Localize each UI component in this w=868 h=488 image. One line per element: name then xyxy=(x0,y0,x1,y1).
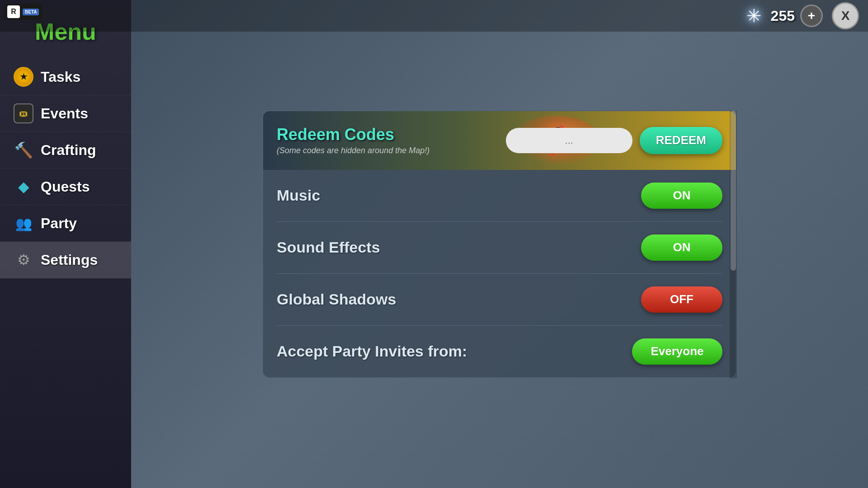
global-shadows-row: Global Shadows OFF xyxy=(277,274,722,326)
sound-effects-toggle[interactable]: ON xyxy=(641,235,722,261)
sidebar-item-crafting[interactable]: 🔨 Crafting xyxy=(0,132,131,169)
close-button[interactable]: X xyxy=(832,2,859,29)
sidebar: Menu ★ Tasks 🎟 Events 🔨 Crafting ◆ Quest… xyxy=(0,0,131,488)
settings-icon: ⚙ xyxy=(14,250,33,270)
currency-display: ✳ 255 + X xyxy=(743,2,859,29)
global-shadows-toggle[interactable]: OFF xyxy=(641,286,722,313)
top-bar: R BETA ✳ 255 + X xyxy=(0,0,868,32)
sidebar-item-tasks[interactable]: ★ Tasks xyxy=(0,59,131,95)
party-label: Party xyxy=(41,215,77,232)
redeem-text-section: Redeem Codes (Some codes are hidden arou… xyxy=(277,125,429,155)
music-toggle[interactable]: ON xyxy=(641,183,722,209)
sound-effects-label: Sound Effects xyxy=(277,239,380,256)
settings-label: Settings xyxy=(41,252,98,268)
scrollbar-thumb xyxy=(731,110,736,271)
sidebar-item-events[interactable]: 🎟 Events xyxy=(0,95,131,132)
music-row: Music ON xyxy=(277,170,722,222)
party-icon: 👥 xyxy=(14,213,33,233)
party-invites-row: Accept Party Invites from: Everyone xyxy=(277,326,722,377)
main-content: 🦸 Redeem Codes (Some codes are hidden ar… xyxy=(131,0,868,488)
roblox-badge: R BETA xyxy=(4,4,42,20)
redeem-button[interactable]: REDEEM xyxy=(640,127,722,154)
music-label: Music xyxy=(277,187,320,204)
tasks-icon: ★ xyxy=(14,67,33,87)
events-label: Events xyxy=(41,105,88,122)
party-invites-toggle[interactable]: Everyone xyxy=(632,338,722,365)
add-currency-button[interactable]: + xyxy=(800,5,823,27)
quests-label: Quests xyxy=(41,178,90,195)
scrollbar[interactable] xyxy=(730,110,737,378)
global-shadows-label: Global Shadows xyxy=(277,291,396,308)
beta-badge: BETA xyxy=(23,9,39,15)
events-icon: 🎟 xyxy=(14,103,33,123)
sidebar-item-quests[interactable]: ◆ Quests xyxy=(0,169,131,205)
roblox-logo-text: R xyxy=(11,8,16,16)
redeem-banner: 🦸 Redeem Codes (Some codes are hidden ar… xyxy=(263,111,736,170)
party-invites-label: Accept Party Invites from: xyxy=(277,343,467,360)
redeem-code-input[interactable] xyxy=(506,128,632,153)
crafting-icon: 🔨 xyxy=(14,140,33,160)
roblox-logo: R xyxy=(7,5,20,18)
redeem-codes-subtitle: (Some codes are hidden around the Map!) xyxy=(277,146,429,155)
redeem-codes-title: Redeem Codes xyxy=(277,125,429,144)
sidebar-item-party[interactable]: 👥 Party xyxy=(0,205,131,242)
quests-icon: ◆ xyxy=(14,177,33,197)
tasks-label: Tasks xyxy=(41,69,80,85)
star-icon: ✳ xyxy=(746,5,762,26)
settings-body: Music ON Sound Effects ON Global Shadows… xyxy=(263,170,736,377)
currency-amount: 255 xyxy=(771,8,795,24)
currency-icon: ✳ xyxy=(743,5,765,27)
sound-effects-row: Sound Effects ON xyxy=(277,222,722,274)
redeem-input-section: REDEEM xyxy=(506,127,722,154)
settings-panel: 🦸 Redeem Codes (Some codes are hidden ar… xyxy=(262,110,737,378)
sidebar-item-settings[interactable]: ⚙ Settings xyxy=(0,242,131,278)
crafting-label: Crafting xyxy=(41,142,96,159)
